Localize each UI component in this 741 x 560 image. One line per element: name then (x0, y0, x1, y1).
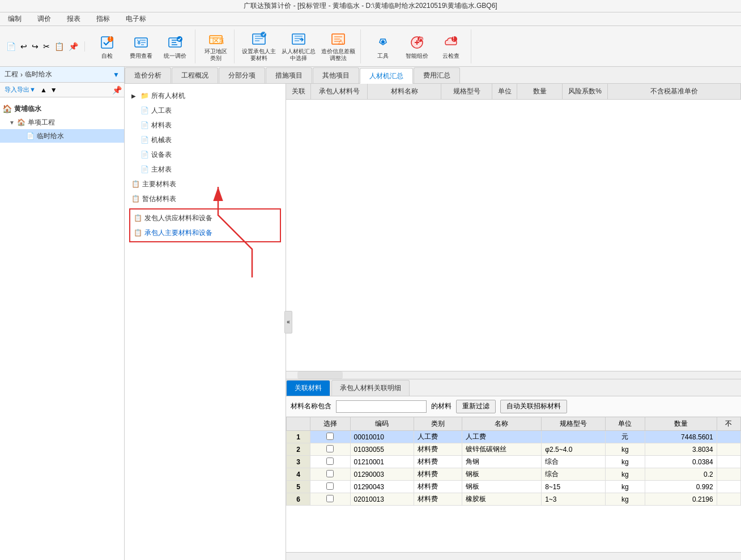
tree-contractor-main[interactable]: 📋 承包人主要材料和设备 (131, 225, 279, 240)
lower-table-body: 1 00010010 人工费 人工费 元 7448.5601 2 0103005… (287, 431, 741, 506)
tree-material-table[interactable]: 📄 材料表 (129, 118, 281, 132)
table-row: 2 01030055 材料费 镀锌低碳钢丝 φ2.5~4.0 kg 3.8034 (287, 443, 741, 456)
tools-icon (374, 33, 392, 52)
btn-smart-group-label: 智能组价 (406, 53, 428, 59)
menu-index[interactable]: 指标 (93, 13, 113, 25)
main-layout: 工程 › 临时给水 ▼ 导入导出▼ ▲ ▼ 📌 🏠 黄埔临水 (0, 67, 741, 560)
menu-report[interactable]: 报表 (63, 13, 84, 25)
row-checkbox[interactable] (326, 482, 334, 490)
tab-parts[interactable]: 分部分项 (219, 67, 265, 83)
from-labor-icon (289, 31, 308, 47)
single-project-node[interactable]: ▼ 🏠 单项工程 (0, 116, 124, 129)
btn-set-contractor[interactable]: ✓ 设置承包人主要材料 (240, 29, 278, 63)
tree-owner-supply[interactable]: 📋 发包人供应材料和设备 (131, 211, 279, 225)
filter-bar: 材料名称包含 的材料 重新过滤 自动关联招标材料 (286, 396, 741, 417)
btn-smart-group[interactable]: A 智能组价 (401, 29, 433, 63)
menu-adjust[interactable]: 调价 (34, 13, 54, 25)
left-arrow-down-btn[interactable]: ▼ (49, 85, 58, 95)
cell-select[interactable] (310, 493, 350, 506)
cell-spec: 8~15 (542, 481, 606, 493)
btn-from-labor[interactable]: 从人材机汇总中选择 (279, 29, 318, 63)
quick-redo-icon[interactable]: ↪ (30, 41, 40, 52)
temp-water-node[interactable]: 📄 临时给水 (0, 129, 124, 143)
tree-estimated[interactable]: 📋 暂估材料表 (129, 191, 281, 206)
tree-all-labor[interactable]: ▶ 📁 所有人材机 (129, 88, 281, 103)
th-spec-lower: 规格型号 (542, 417, 606, 431)
tree-machine-table[interactable]: 📄 机械表 (129, 132, 281, 147)
btn-cloud-check[interactable]: ! 云检查 (435, 29, 467, 63)
btn-self-check[interactable]: ! 自检 (91, 29, 124, 63)
btn-tools[interactable]: 工具 (367, 29, 399, 63)
btn-cost-info[interactable]: △ 造价信息差额调整法 (320, 29, 357, 63)
filter-auto-link-btn[interactable]: 自动关联招标材料 (500, 400, 567, 413)
btn-env-region-label: 环卫地区类别 (202, 48, 229, 62)
lower-table-head: 选择 编码 类别 名称 规格型号 单位 数量 不 (287, 417, 741, 431)
project-header-icon: 🏠 (2, 104, 12, 113)
left-arrow-up-btn[interactable]: ▲ (39, 85, 48, 95)
cell-extra (717, 431, 740, 443)
doc-icon-9: 📋 (134, 229, 142, 237)
tab-project-overview[interactable]: 工程概况 (172, 67, 218, 83)
cell-extra (717, 456, 740, 468)
menu-electronic[interactable]: 电子标 (122, 13, 150, 25)
th-spec: 规格型号 (441, 84, 492, 100)
cell-unit: kg (605, 468, 645, 481)
table-row: 5 01290043 材料费 钢板 8~15 kg 0.992 (287, 481, 741, 493)
quick-paste-icon[interactable]: 📌 (67, 41, 80, 52)
lower-table: 选择 编码 类别 名称 规格型号 单位 数量 不 (286, 417, 741, 506)
breadcrumb-project: 工程 (5, 70, 18, 79)
collapse-panel-btn[interactable]: « (284, 311, 292, 334)
tree-key-material[interactable]: 📋 主要材料表 (129, 177, 281, 191)
cell-select[interactable] (310, 481, 350, 493)
row-checkbox[interactable] (326, 458, 334, 465)
quick-copy-icon[interactable]: 📋 (53, 41, 66, 52)
pin-btn[interactable]: 📌 (112, 86, 122, 95)
menu-edit[interactable]: 编制 (5, 13, 25, 25)
quick-new-icon[interactable]: 📄 (5, 41, 18, 52)
lower-horizontal-scrollbar[interactable] (286, 552, 741, 560)
cell-select[interactable] (310, 431, 350, 443)
cell-spec: 综合 (542, 456, 606, 468)
left-panel: 工程 › 临时给水 ▼ 导入导出▼ ▲ ▼ 📌 🏠 黄埔临水 (0, 67, 125, 560)
tree-contractor-main-label: 承包人主要材料和设备 (144, 228, 212, 238)
btn-env-region[interactable]: 区域 环卫地区类别 (201, 29, 231, 63)
row-checkbox[interactable] (326, 470, 334, 477)
cell-select[interactable] (310, 468, 350, 481)
tab-measures[interactable]: 措施项目 (266, 67, 312, 83)
cell-extra (717, 493, 740, 506)
single-project-label: 单项工程 (28, 118, 55, 127)
tree-labor-table[interactable]: 📄 人工表 (129, 103, 281, 118)
tab-labor-summary[interactable]: 人材机汇总 (360, 68, 413, 84)
tab-cost-analysis[interactable]: 造价分析 (125, 67, 171, 83)
breadcrumb-dropdown-icon[interactable]: ▼ (113, 71, 120, 79)
doc-icon-1: 📄 (140, 106, 149, 114)
tab-other[interactable]: 其他项目 (313, 67, 359, 83)
quick-undo-icon[interactable]: ↩ (19, 41, 29, 52)
row-checkbox[interactable] (326, 433, 334, 440)
th-unit-lower: 单位 (605, 417, 645, 431)
quick-cut-icon[interactable]: ✂ (41, 41, 52, 52)
tab-contractor-detail[interactable]: 承包人材料关联明细 (331, 380, 410, 396)
tab-linked-materials[interactable]: 关联材料 (286, 380, 330, 396)
self-check-icon: ! (98, 33, 116, 52)
cell-select[interactable] (310, 443, 350, 456)
tree-main-mat-table[interactable]: 📄 主材表 (129, 162, 281, 177)
cell-select[interactable] (310, 456, 350, 468)
project-header-label: 黄埔临水 (14, 104, 41, 114)
import-export-btn[interactable]: 导入导出▼ (2, 84, 38, 95)
left-toolbar: 导入导出▼ ▲ ▼ 📌 (0, 83, 124, 97)
row-checkbox[interactable] (326, 445, 334, 452)
row-checkbox[interactable] (326, 495, 334, 502)
cell-extra (717, 468, 740, 481)
tree-machine-label: 机械表 (151, 135, 172, 145)
btn-unified-adjust[interactable]: 统一调价 (159, 29, 191, 63)
tab-fee-summary[interactable]: 费用汇总 (414, 67, 460, 83)
doc-icon-5: 📄 (140, 165, 149, 173)
tree-equipment-table[interactable]: 📄 设备表 (129, 147, 281, 162)
svg-text:△: △ (338, 37, 344, 45)
th-qty: 数量 (517, 84, 563, 100)
main-horizontal-scrollbar[interactable] (286, 371, 741, 379)
filter-refilter-btn[interactable]: 重新过滤 (456, 400, 496, 413)
filter-input[interactable] (336, 400, 427, 413)
btn-fee-view[interactable]: ¥ 费用查看 (125, 29, 157, 63)
